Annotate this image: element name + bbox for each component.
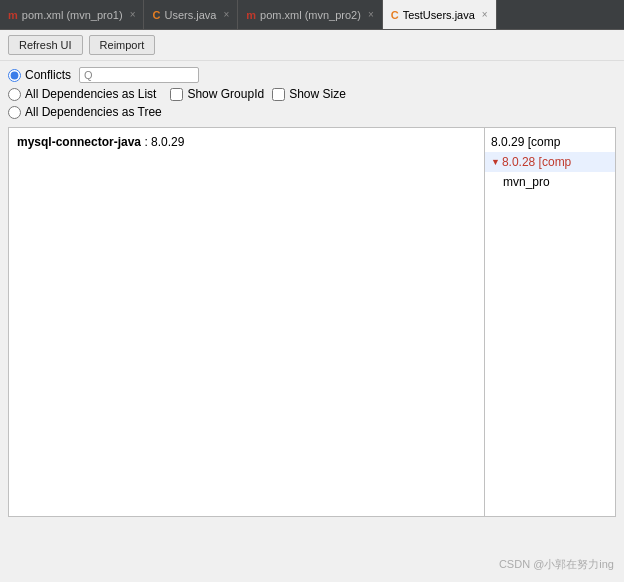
show-size-option[interactable]: Show Size bbox=[272, 87, 346, 101]
tab-pom2[interactable]: m pom.xml (mvn_pro2) × bbox=[238, 0, 382, 29]
tab-users-close[interactable]: × bbox=[223, 9, 229, 20]
show-groupid-checkbox[interactable] bbox=[170, 88, 183, 101]
main-area: Conflicts Q All Dependencies as List Sho… bbox=[0, 61, 624, 523]
tab-testusers-close[interactable]: × bbox=[482, 9, 488, 20]
right-panel: 8.0.29 [comp ▼ 8.0.28 [comp mvn_pro bbox=[485, 128, 615, 516]
refresh-button[interactable]: Refresh UI bbox=[8, 35, 83, 55]
maven-icon-1: m bbox=[8, 9, 18, 21]
toolbar: Refresh UI Reimport bbox=[0, 30, 624, 61]
show-groupid-label: Show GroupId bbox=[187, 87, 264, 101]
tab-testusers-label: TestUsers.java bbox=[403, 9, 475, 21]
left-panel: mysql-connector-java : 8.0.29 bbox=[9, 128, 485, 516]
watermark: CSDN @小郭在努力ing bbox=[499, 557, 614, 572]
tab-pom2-label: pom.xml (mvn_pro2) bbox=[260, 9, 361, 21]
tab-testusers[interactable]: C TestUsers.java × bbox=[383, 0, 497, 29]
tab-pom1[interactable]: m pom.xml (mvn_pro1) × bbox=[0, 0, 144, 29]
all-tree-radio-option[interactable]: All Dependencies as Tree bbox=[8, 105, 162, 119]
all-tree-label: All Dependencies as Tree bbox=[25, 105, 162, 119]
show-size-label: Show Size bbox=[289, 87, 346, 101]
all-tree-row: All Dependencies as Tree bbox=[8, 105, 616, 119]
chevron-down-icon: ▼ bbox=[491, 157, 500, 167]
tab-users[interactable]: C Users.java × bbox=[144, 0, 238, 29]
search-box[interactable]: Q bbox=[79, 67, 199, 83]
show-size-checkbox[interactable] bbox=[272, 88, 285, 101]
conflicts-radio[interactable] bbox=[8, 69, 21, 82]
right-item-label-2: 8.0.28 [comp bbox=[502, 155, 571, 169]
right-item-label-3: mvn_pro bbox=[503, 175, 550, 189]
search-icon: Q bbox=[84, 69, 93, 81]
panels-container: mysql-connector-java : 8.0.29 8.0.29 [co… bbox=[8, 127, 616, 517]
java-icon-1: C bbox=[152, 9, 160, 21]
list-item[interactable]: mvn_pro bbox=[485, 172, 615, 192]
list-item[interactable]: 8.0.29 [comp bbox=[485, 132, 615, 152]
table-row[interactable]: mysql-connector-java : 8.0.29 bbox=[9, 132, 484, 152]
all-list-radio[interactable] bbox=[8, 88, 21, 101]
maven-icon-2: m bbox=[246, 9, 256, 21]
all-list-row: All Dependencies as List Show GroupId Sh… bbox=[8, 87, 616, 101]
tab-pom1-close[interactable]: × bbox=[130, 9, 136, 20]
tab-pom1-label: pom.xml (mvn_pro1) bbox=[22, 9, 123, 21]
show-groupid-option[interactable]: Show GroupId bbox=[170, 87, 264, 101]
all-list-label: All Dependencies as List bbox=[25, 87, 156, 101]
java-icon-2: C bbox=[391, 9, 399, 21]
dep-version: : 8.0.29 bbox=[141, 135, 184, 149]
conflicts-label: Conflicts bbox=[25, 68, 71, 82]
list-item[interactable]: ▼ 8.0.28 [comp bbox=[485, 152, 615, 172]
tab-users-label: Users.java bbox=[164, 9, 216, 21]
search-input[interactable] bbox=[96, 69, 186, 81]
right-item-label-1: 8.0.29 [comp bbox=[491, 135, 560, 149]
conflicts-row: Conflicts Q bbox=[8, 67, 616, 83]
all-list-radio-option[interactable]: All Dependencies as List bbox=[8, 87, 156, 101]
reimport-button[interactable]: Reimport bbox=[89, 35, 156, 55]
all-tree-radio[interactable] bbox=[8, 106, 21, 119]
conflicts-radio-option[interactable]: Conflicts bbox=[8, 68, 71, 82]
dep-name: mysql-connector-java bbox=[17, 135, 141, 149]
tab-pom2-close[interactable]: × bbox=[368, 9, 374, 20]
tab-bar: m pom.xml (mvn_pro1) × C Users.java × m … bbox=[0, 0, 624, 30]
